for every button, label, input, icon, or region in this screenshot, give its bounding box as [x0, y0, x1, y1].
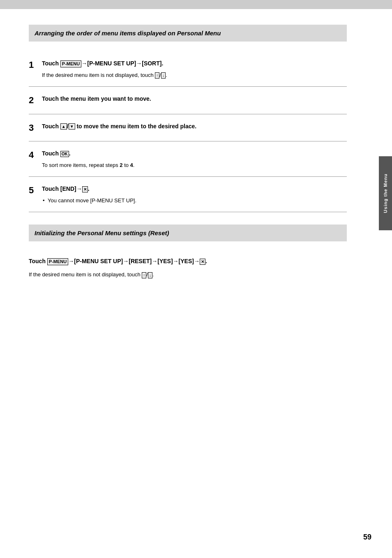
step-2-row: 2 Touch the menu item you want to move. — [29, 95, 347, 107]
page-container: Using the Menu Arranging the order of me… — [0, 0, 392, 558]
page-number: 59 — [363, 533, 371, 542]
ok-btn-4: OK — [60, 151, 69, 157]
step-1-block: 1 Touch P-MENU→[P-MENU SET UP]→[SORT]. I… — [29, 51, 347, 87]
step-4-desc: To sort more items, repeat steps 2 to 4. — [42, 161, 347, 169]
step-5-content: Touch [END]→✕. You cannot move [P-MENU S… — [42, 185, 347, 204]
step-4-row: 4 Touch OK. To sort more items, repeat s… — [29, 150, 347, 169]
step-5-bullet: You cannot move [P-MENU SET UP]. — [42, 197, 347, 205]
up-btn-3: ▲ — [60, 123, 67, 130]
step-1-row: 1 Touch P-MENU→[P-MENU SET UP]→[SORT]. I… — [29, 60, 347, 79]
step-5-title: Touch [END]→✕. — [42, 185, 347, 193]
section2-heading-text: Initializing the Personal Menu settings … — [35, 229, 341, 237]
pmenu-btn-2: P-MENU — [47, 258, 68, 265]
step-5-row: 5 Touch [END]→✕. You cannot move [P-MENU… — [29, 185, 347, 204]
up-btn-1: ↑ — [155, 72, 159, 79]
step-5-number: 5 — [29, 185, 42, 196]
step-2-title: Touch the menu item you want to move. — [42, 95, 347, 103]
step-3-title: Touch ▲/▼ to move the menu item to the d… — [42, 123, 347, 131]
step-5-block: 5 Touch [END]→✕. You cannot move [P-MENU… — [29, 177, 347, 212]
step-1-number: 1 — [29, 60, 42, 70]
section1-heading-text: Arranging the order of menu items displa… — [35, 29, 341, 37]
down-btn-3: ▼ — [69, 123, 75, 130]
side-tab: Using the Menu — [379, 156, 392, 230]
step-1-title: Touch P-MENU→[P-MENU SET UP]→[SORT]. — [42, 60, 347, 68]
step-4-block: 4 Touch OK. To sort more items, repeat s… — [29, 141, 347, 177]
step-3-number: 3 — [29, 123, 42, 133]
step-3-block: 3 Touch ▲/▼ to move the menu item to the… — [29, 114, 347, 142]
up-btn-2: ↑ — [142, 272, 146, 278]
section2-step-text: Touch P-MENU→[P-MENU SET UP]→[RESET]→[YE… — [29, 257, 347, 266]
step-3-row: 3 Touch ▲/▼ to move the menu item to the… — [29, 123, 347, 134]
step-2-content: Touch the menu item you want to move. — [42, 95, 347, 107]
section2-body: Touch P-MENU→[P-MENU SET UP]→[RESET]→[YE… — [29, 251, 347, 279]
step-2-block: 2 Touch the menu item you want to move. — [29, 87, 347, 114]
step-3-content: Touch ▲/▼ to move the menu item to the d… — [42, 123, 347, 134]
step-4-number: 4 — [29, 150, 42, 160]
x-btn-5: ✕ — [82, 186, 88, 192]
down-btn-2: ↓ — [148, 272, 152, 278]
section1-heading-box: Arranging the order of menu items displa… — [29, 25, 347, 42]
section2-container: Initializing the Personal Menu settings … — [29, 225, 347, 279]
step-2-number: 2 — [29, 95, 42, 106]
side-tab-label: Using the Menu — [383, 174, 388, 213]
down-btn-1: ↓ — [161, 72, 166, 79]
step-4-title: Touch OK. — [42, 150, 347, 158]
pmenu-btn-1: P-MENU — [60, 60, 81, 67]
step-1-content: Touch P-MENU→[P-MENU SET UP]→[SORT]. If … — [42, 60, 347, 79]
section2-heading-box: Initializing the Personal Menu settings … — [29, 225, 347, 241]
step-1-desc: If the desired menu item is not displaye… — [42, 71, 347, 79]
x-btn-2: ✕ — [200, 259, 205, 265]
section2-desc: If the desired menu item is not displaye… — [29, 271, 347, 279]
step-4-content: Touch OK. To sort more items, repeat ste… — [42, 150, 347, 169]
top-bar — [0, 0, 392, 9]
